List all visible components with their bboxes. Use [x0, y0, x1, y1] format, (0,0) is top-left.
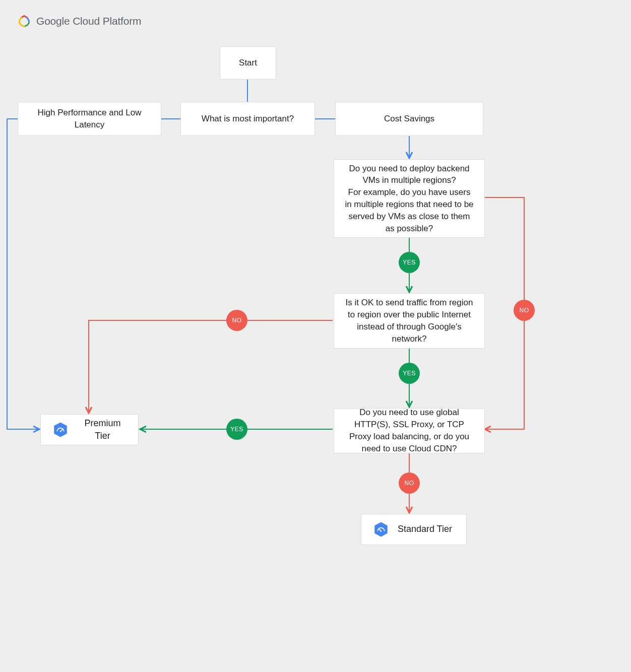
node-start-label: Start: [239, 57, 257, 69]
node-premium-tier-label: Premium Tier: [77, 417, 128, 442]
gcp-logo-icon: [17, 14, 31, 28]
node-multi-region-question: Do you need to deploy backend VMs in mul…: [334, 159, 485, 238]
standard-tier-icon: [372, 521, 390, 538]
badge-no-regions: NO: [514, 300, 535, 321]
svg-marker-11: [54, 423, 67, 437]
premium-tier-icon: [52, 421, 69, 438]
brand-text: Google Cloud Platform: [36, 15, 141, 27]
node-cost-savings: Cost Savings: [335, 102, 483, 136]
node-standard-tier-label: Standard Tier: [398, 523, 452, 535]
badge-no-public: NO: [226, 310, 247, 331]
node-public-internet-label: Is it OK to send traffic from region to …: [344, 297, 474, 345]
badge-yes-regions: YES: [399, 252, 420, 273]
node-cost-savings-label: Cost Savings: [384, 113, 434, 125]
node-global-lb-label: Do you need to use global HTTP(S), SSL P…: [344, 407, 474, 454]
svg-point-13: [60, 431, 61, 432]
svg-point-16: [381, 530, 382, 532]
svg-marker-14: [374, 522, 388, 537]
node-high-performance-label: High Performance and Low Latency: [28, 107, 151, 131]
node-global-lb-question: Do you need to use global HTTP(S), SSL P…: [334, 408, 485, 453]
node-public-internet-question: Is it OK to send traffic from region to …: [334, 293, 485, 349]
node-high-performance: High Performance and Low Latency: [18, 102, 161, 136]
node-question: What is most important?: [180, 102, 315, 136]
node-standard-tier: Standard Tier: [361, 514, 467, 545]
badge-yes-public: YES: [399, 363, 420, 384]
badge-yes-lb: YES: [226, 419, 247, 440]
badge-no-lb: NO: [399, 473, 420, 494]
node-question-label: What is most important?: [202, 113, 294, 125]
node-multi-region-label: Do you need to deploy backend VMs in mul…: [344, 163, 474, 235]
connectors: [0, 0, 631, 672]
node-start: Start: [220, 46, 276, 80]
node-premium-tier: Premium Tier: [40, 414, 139, 445]
brand-logo: Google Cloud Platform: [17, 14, 141, 28]
